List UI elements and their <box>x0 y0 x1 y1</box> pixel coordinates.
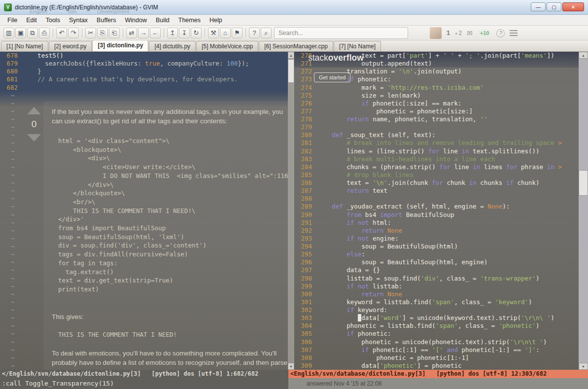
toolbar-build-tags-button[interactable]: ⌂ <box>220 28 231 38</box>
left-window-scrollbar[interactable]: ▲ ▼ <box>288 52 294 370</box>
scroll-down-arrow[interactable]: ▼ <box>288 363 294 370</box>
code-line: 275 size = len(mark) <box>294 92 579 100</box>
code-text: from bs4 import BeautifulSoup <box>317 211 579 219</box>
empty-line: ~ <box>0 211 288 219</box>
site-switcher-icon <box>510 30 518 36</box>
code-line: 302 if keyword: <box>294 306 579 314</box>
code-line: 294 soup = BeautifulSoup(html) <box>294 243 579 250</box>
empty-line: ~ <box>0 290 288 298</box>
empty-line: ~ <box>0 107 288 115</box>
menu-item[interactable]: File <box>3 16 22 25</box>
menu-item[interactable]: Window <box>120 16 151 25</box>
code-text: else: <box>317 250 579 258</box>
tilde-marker: ~ <box>0 211 15 219</box>
right-window[interactable]: stackoverflow Get started 270 text = par… <box>294 52 579 370</box>
code-text: if not listtab: <box>317 283 579 290</box>
menu-item[interactable]: Themes <box>174 16 205 25</box>
menu-item[interactable]: Help <box>205 16 227 25</box>
scrollbar-thumb[interactable] <box>579 170 588 196</box>
toolbar-find-next-button[interactable]: → <box>138 28 149 38</box>
code-text: searchJobs({flexibleHours: true, company… <box>23 60 288 68</box>
toolbar-find-help-button[interactable]: ⌕ <box>261 28 272 38</box>
tilde-marker: ~ <box>0 362 15 370</box>
tilde-marker: ~ <box>0 338 15 346</box>
code-line: 679 searchJobs({flexibleHours: true, com… <box>0 60 288 68</box>
menu-item[interactable]: Edit <box>22 16 41 25</box>
toolbar-open-button[interactable]: ▥ <box>3 28 14 38</box>
code-line: 287 return text <box>294 187 579 195</box>
toolbar-separator <box>53 28 53 38</box>
line-number: 307 <box>294 346 317 354</box>
tilde-marker: ~ <box>0 115 15 123</box>
code-line: 678 test5() <box>0 52 288 60</box>
ghost-tab-label: svn <box>68 8 76 14</box>
scrollbar-thumb[interactable] <box>288 59 294 83</box>
left-window[interactable]: 0 If the text you want is never within a… <box>0 52 288 370</box>
scroll-down-arrow[interactable]: ▼ <box>579 363 588 370</box>
code-text: soup = BeautifulSoup(html, engine) <box>317 258 579 266</box>
line-number: 304 <box>294 322 317 330</box>
close-button[interactable]: ✕ <box>562 2 584 11</box>
buffer-tab[interactable]: [7] [No Name] <box>334 41 381 51</box>
right-window-scrollbar[interactable]: ▲ ▼ <box>579 52 588 370</box>
line-number: 681 <box>0 75 23 83</box>
toolbar-save-button[interactable]: ▣ <box>15 28 26 38</box>
code-line: 272 translation = '\n'.join(output) <box>294 68 579 75</box>
menu-item[interactable]: Buffers <box>92 16 120 25</box>
buffer-tab[interactable]: [6] SessionManager.cpp <box>259 41 333 51</box>
toolbar-find-replace-button[interactable]: ⇄ <box>126 28 137 38</box>
line-number: 282 <box>294 147 317 155</box>
buffer-tab[interactable]: [2] eword.py <box>49 41 92 51</box>
scroll-up-arrow[interactable]: ▲ <box>288 52 294 59</box>
tilde-marker: ~ <box>0 235 15 243</box>
left-code-lines: 678 test5()679 searchJobs({flexibleHours… <box>0 52 288 370</box>
empty-line: ~ <box>0 258 288 266</box>
code-text: } <box>23 68 288 75</box>
code-text: // A career site that's by developers, f… <box>23 75 288 83</box>
window-controls: — ▢ ✕ <box>531 2 584 11</box>
line-number: 271 <box>294 60 317 68</box>
scroll-up-arrow[interactable]: ▲ <box>579 52 588 59</box>
minimize-button[interactable]: — <box>531 2 546 11</box>
toolbar-redo-button[interactable]: ↷ <box>68 28 79 38</box>
tilde-marker: ~ <box>0 275 15 283</box>
code-text: phonetic = phonetic[1:-1] <box>317 354 579 362</box>
toolbar-copy-button[interactable]: ⎘ <box>97 28 108 38</box>
command-line[interactable]: :call Toggle_Transparency(15) answered N… <box>0 378 588 389</box>
code-text <box>317 123 579 131</box>
buffer-tab[interactable]: [3] dictonline.py <box>92 40 148 51</box>
buffer-tab[interactable]: [1] [No Name] <box>1 41 48 51</box>
line-number: 309 <box>294 362 317 370</box>
line-number: 287 <box>294 187 317 195</box>
toolbar-print-button[interactable]: ⎙ <box>39 28 50 38</box>
code-text: lines = (line.strip() for line in text.s… <box>317 147 579 155</box>
toolbar-paste-button[interactable]: ⎗ <box>109 28 120 38</box>
toolbar-save-all-button[interactable]: ⧉ <box>27 28 38 38</box>
toolbar-cut-button[interactable]: ✂ <box>85 28 96 38</box>
menu-item[interactable]: Syntax <box>65 16 92 25</box>
toolbar-tag-jump-button[interactable]: ⚑ <box>232 28 242 38</box>
toolbar-session-load-button[interactable]: ↥ <box>167 28 178 38</box>
search-placeholder: Search... <box>278 30 303 36</box>
empty-line: ~ <box>0 131 288 139</box>
toolbar-help-button[interactable]: ? <box>249 28 260 38</box>
toolbar-make-button[interactable]: ⚒ <box>208 28 219 38</box>
menu-item[interactable]: Tools <box>41 16 65 25</box>
empty-line: ~ <box>0 306 288 314</box>
line-number: 680 <box>0 68 23 75</box>
buffer-tab[interactable]: [5] MobileVoice.cpp <box>196 41 258 51</box>
toolbar-find-prev-button[interactable]: ← <box>150 28 161 38</box>
toolbar-undo-button[interactable]: ↶ <box>56 28 67 38</box>
empty-line: ~ <box>0 171 288 179</box>
code-text: translation = '\n'.join(output) <box>317 68 579 75</box>
menu-item[interactable]: Build <box>151 16 174 25</box>
toolbar-session-save-button[interactable]: ↧ <box>179 28 190 38</box>
maximize-button[interactable]: ▢ <box>547 2 561 11</box>
line-number: 288 <box>294 195 317 203</box>
title-bar[interactable]: V dictonline.py (E:/English/English/svn/… <box>0 0 588 15</box>
code-text: # break into lines and remove leading an… <box>317 139 579 147</box>
code-line: 307 if phonetic[:1] == '[' and phonetic[… <box>294 346 579 354</box>
toolbar-run-script-button[interactable]: ↻ <box>191 28 202 38</box>
code-text: return name, phonetic, translation, '' <box>317 115 579 123</box>
buffer-tab[interactable]: [4] dictutils.py <box>149 41 196 51</box>
